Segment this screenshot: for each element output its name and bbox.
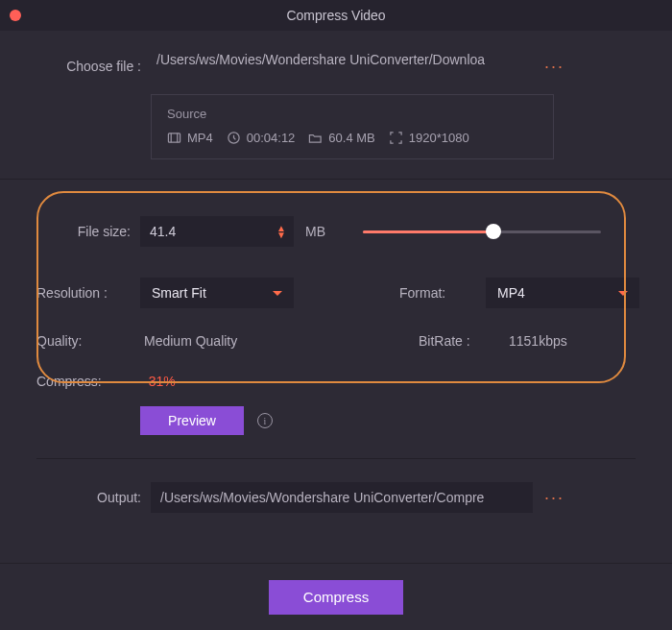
window-close-button[interactable] <box>10 10 21 21</box>
source-duration: 00:04:12 <box>227 131 296 145</box>
clock-icon <box>227 131 241 145</box>
chevron-down-icon <box>618 291 628 296</box>
titlebar: Compress Video <box>0 0 672 31</box>
filesize-value: 41.4 <box>150 224 176 239</box>
info-icon[interactable]: i <box>257 413 273 428</box>
compress-label: Compress: <box>36 374 140 389</box>
preview-button[interactable]: Preview <box>140 406 244 435</box>
film-icon <box>167 131 181 145</box>
format-label: Format: <box>399 285 486 301</box>
footer: Compress <box>0 563 672 630</box>
chevron-down-icon[interactable]: ▼ <box>276 231 286 238</box>
folder-icon <box>308 131 323 145</box>
choose-file-label: Choose file : <box>53 59 151 74</box>
source-resolution: 1920*1080 <box>389 131 469 145</box>
chevron-down-icon <box>273 291 282 296</box>
filesize-stepper[interactable]: ▲ ▼ <box>276 225 286 238</box>
settings-section: File size: 41.4 ▲ ▼ MB Resolution : Smar… <box>0 180 672 459</box>
filesize-unit: MB <box>294 224 351 239</box>
compress-button[interactable]: Compress <box>269 580 403 615</box>
resolution-label: Resolution : <box>36 285 140 301</box>
filesize-slider[interactable] <box>351 230 616 233</box>
output-label: Output: <box>53 490 151 505</box>
slider-fill <box>363 230 493 233</box>
filesize-label: File size: <box>36 224 140 239</box>
source-format: MP4 <box>167 131 213 145</box>
choose-file-path[interactable]: /Users/ws/Movies/Wondershare UniConverte… <box>151 52 533 81</box>
quality-label: Quality: <box>36 333 140 349</box>
bitrate-value: 1151kbps <box>505 333 659 349</box>
output-browse-button[interactable]: ··· <box>544 493 564 502</box>
source-section: Choose file : /Users/ws/Movies/Wondersha… <box>0 31 672 180</box>
resolution-value: Smart Fit <box>152 285 206 301</box>
source-duration-value: 00:04:12 <box>247 131 296 145</box>
fullscreen-icon <box>389 131 403 145</box>
format-dropdown[interactable]: MP4 <box>486 278 639 308</box>
format-value: MP4 <box>497 285 525 301</box>
svg-rect-0 <box>168 133 180 142</box>
output-path[interactable]: /Users/ws/Movies/Wondershare UniConverte… <box>151 482 533 513</box>
source-resolution-value: 1920*1080 <box>409 131 469 145</box>
quality-value: Medium Quality <box>140 333 342 349</box>
divider <box>36 458 636 459</box>
resolution-dropdown[interactable]: Smart Fit <box>140 278 294 308</box>
source-heading: Source <box>167 107 538 121</box>
choose-file-browse-button[interactable]: ··· <box>544 61 564 71</box>
source-info-box: Source MP4 00:04:12 60.4 MB <box>151 94 554 159</box>
window-title: Compress Video <box>286 8 385 23</box>
source-size-value: 60.4 MB <box>328 131 374 145</box>
slider-thumb[interactable] <box>486 224 501 239</box>
filesize-input[interactable]: 41.4 ▲ ▼ <box>140 216 294 247</box>
compress-value: -31% <box>140 374 294 389</box>
source-size: 60.4 MB <box>308 131 374 145</box>
bitrate-label: BitRate : <box>419 333 505 349</box>
source-format-value: MP4 <box>187 131 213 145</box>
